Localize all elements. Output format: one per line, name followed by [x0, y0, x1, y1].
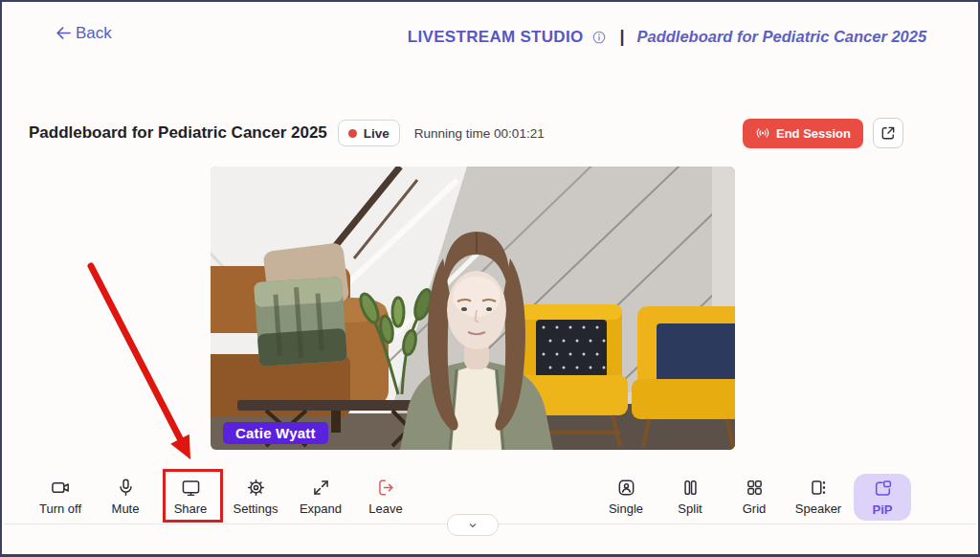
toolbar-item-label: Single	[609, 501, 643, 516]
webcam-video-scene	[211, 167, 735, 450]
toolbar-item-label: Settings	[234, 501, 278, 516]
single-layout-icon	[616, 478, 636, 498]
broadcast-icon	[755, 125, 770, 141]
expand-button[interactable]: Expand	[291, 474, 350, 516]
session-bar: Paddleboard for Pediatric Cancer 2025 Li…	[29, 118, 903, 148]
header-title-group: LIVESTREAM STUDIO | Paddleboard for Pedi…	[375, 27, 959, 47]
toolbar-item-label: Grid	[743, 501, 767, 516]
toolbar-item-label: Split	[678, 501, 702, 516]
studio-title: LIVESTREAM STUDIO	[408, 28, 584, 47]
toolbar-item-label: Mute	[112, 501, 140, 516]
open-in-new-button[interactable]	[873, 118, 903, 148]
back-arrow-icon	[54, 23, 74, 43]
video-tile: Catie Wyatt	[211, 167, 735, 450]
participant-name-tag: Catie Wyatt	[223, 422, 328, 444]
settings-button[interactable]: Settings	[226, 474, 285, 516]
end-session-label: End Session	[776, 126, 851, 141]
leave-icon	[376, 478, 396, 498]
mute-button[interactable]: Mute	[96, 474, 155, 516]
layout-split-button[interactable]: Split	[661, 474, 719, 516]
toolbar-right-group: Single Split Grid Sp	[597, 474, 911, 521]
grid-layout-icon	[745, 478, 765, 498]
turn-off-camera-button[interactable]: Turn off	[31, 474, 90, 516]
live-dot-icon	[348, 129, 357, 138]
external-link-icon	[880, 124, 897, 142]
layout-single-button[interactable]: Single	[597, 474, 655, 516]
gear-icon	[246, 478, 266, 498]
toolbar-item-label: Leave	[368, 501, 402, 516]
layout-grid-button[interactable]: Grid	[725, 474, 783, 516]
share-button[interactable]: Share	[161, 474, 220, 516]
running-time: Running time 00:01:21	[414, 126, 545, 141]
microphone-icon	[116, 478, 136, 498]
split-layout-icon	[680, 478, 701, 498]
live-status-badge: Live	[338, 120, 400, 146]
toolbar-item-label: Speaker	[795, 501, 841, 516]
toolbar-item-label: Share	[174, 501, 208, 516]
camera-icon	[51, 478, 71, 498]
chevron-down-icon	[466, 519, 479, 532]
back-button[interactable]: Back	[54, 23, 112, 43]
title-separator: |	[615, 27, 628, 47]
toolbar-left-group: Turn off Mute Share Se	[31, 474, 415, 516]
leave-button[interactable]: Leave	[356, 474, 415, 516]
livestream-studio-window: Back LIVESTREAM STUDIO | Paddleboard for…	[0, 0, 980, 557]
event-title: Paddleboard for Pediatric Cancer 2025	[637, 28, 927, 46]
toolbar-item-label: PiP	[873, 502, 893, 517]
collapse-toolbar-button[interactable]	[447, 514, 499, 536]
expand-icon	[311, 478, 331, 498]
toolbar-item-label: Turn off	[39, 501, 81, 516]
layout-pip-button[interactable]: PiP	[854, 474, 911, 521]
speaker-layout-icon	[809, 478, 829, 498]
live-label: Live	[364, 126, 390, 141]
info-icon[interactable]	[591, 30, 607, 45]
toolbar-item-label: Expand	[300, 501, 342, 516]
layout-speaker-button[interactable]: Speaker	[790, 474, 847, 516]
session-title: Paddleboard for Pediatric Cancer 2025	[29, 123, 327, 143]
back-label: Back	[76, 24, 112, 43]
pip-layout-icon	[873, 479, 893, 499]
end-session-button[interactable]: End Session	[743, 119, 863, 148]
screen-share-icon	[181, 478, 201, 498]
